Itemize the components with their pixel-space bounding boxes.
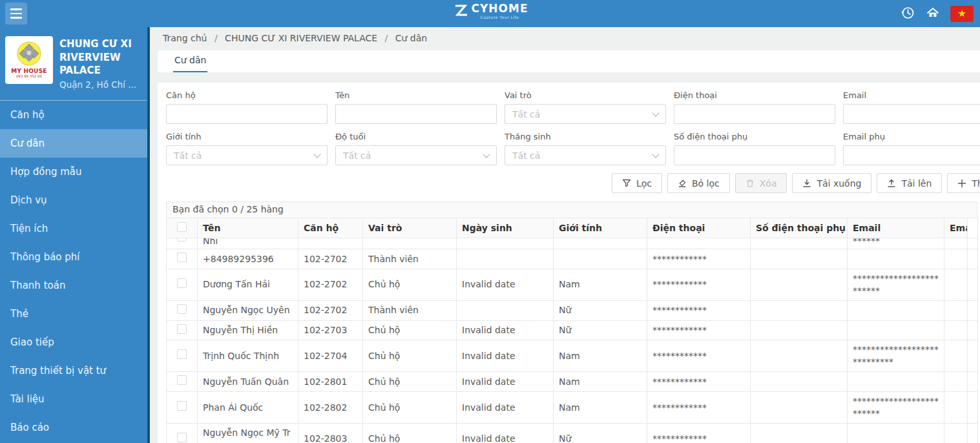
filter-field: Số điện thoại phụ xyxy=(674,132,835,165)
select-all-checkbox[interactable] xyxy=(177,222,187,232)
add-button[interactable]: Thêm xyxy=(947,173,980,193)
filter-button[interactable]: Lọc xyxy=(612,173,662,193)
filter-input-9[interactable] xyxy=(843,145,980,165)
table-row: Nhi****** xyxy=(167,238,978,249)
toolbar: Lọc Bỏ lọc Xóa Tải xuống Tải lên Thêm xyxy=(166,173,980,193)
col-ten: Tên xyxy=(198,218,298,238)
hamburger-menu-button[interactable] xyxy=(5,3,27,25)
row-checkbox[interactable] xyxy=(177,375,187,385)
table-header-row: Tên Căn hộ Vai trò Ngày sinh Giới tính Đ… xyxy=(167,218,978,238)
filter-input-4[interactable] xyxy=(843,104,980,124)
sidebar-item-trang-thiết-bị-vật-tư[interactable]: Trang thiết bị vật tư xyxy=(0,356,147,385)
filter-field: Điện thoại xyxy=(674,90,835,124)
cell-phone: ************ xyxy=(652,304,745,316)
table-row: Phan Ái Quốc102-2802Chủ hộInvalid dateNa… xyxy=(167,392,978,424)
filter-label: Số điện thoại phụ xyxy=(674,132,835,141)
chevron-down-icon xyxy=(652,109,659,116)
scrollbar-gutter xyxy=(968,340,978,372)
building-name: CHUNG CƯ XI RIVERVIEW PALACE xyxy=(59,37,145,77)
table-row: Nguyễn Tuấn Quân102-2801Chủ hộInvalid da… xyxy=(167,372,978,392)
select-value: Tất cả xyxy=(343,150,371,161)
sidebar-item-thông-báo-phí[interactable]: Thông báo phí xyxy=(0,243,147,271)
col-so-dien-thoai-phu: Số điện thoại phụ xyxy=(751,218,848,238)
cell-dob: Invalid date xyxy=(462,350,548,362)
building-logo-phone: 093 98 352 00 xyxy=(16,74,42,79)
sidebar-item-giao-tiếp[interactable]: Giao tiếp xyxy=(0,328,147,356)
cell-dob: Invalid date xyxy=(462,324,548,336)
row-checkbox[interactable] xyxy=(177,433,187,442)
building-logo: MY HOUSE 093 98 352 00 xyxy=(5,36,53,84)
download-icon xyxy=(802,179,811,188)
cell-dob: Invalid date xyxy=(462,402,548,414)
filter-input-0[interactable] xyxy=(166,104,328,124)
filter-label: Email phụ xyxy=(843,132,980,141)
filter-label: Tên xyxy=(335,90,497,100)
cell-apartment: 102-2803 xyxy=(304,433,357,443)
filter-label: Vai trò xyxy=(505,90,666,100)
row-checkbox[interactable] xyxy=(177,401,187,411)
upload-button[interactable]: Tải lên xyxy=(877,173,942,193)
sidebar-item-thẻ[interactable]: Thẻ xyxy=(0,300,147,328)
funnel-icon xyxy=(622,179,631,188)
breadcrumb: Trang chủ / CHUNG CƯ XI RIVERVIEW PALACE… xyxy=(150,27,980,50)
sidebar-item-cư-dân[interactable]: Cư dân xyxy=(0,129,147,158)
sidebar-item-thanh-toán[interactable]: Thanh toán xyxy=(0,271,147,300)
filter-select-2[interactable]: Tất cả xyxy=(505,104,666,124)
sidebar: MY HOUSE 093 98 352 00 CHUNG CƯ XI RIVER… xyxy=(0,27,150,443)
cell-apartment: 102-2704 xyxy=(304,350,357,362)
cell-name: Dương Tấn Hải xyxy=(203,278,293,291)
plus-icon xyxy=(957,179,966,188)
cell-role: Chủ hộ xyxy=(368,350,451,362)
row-checkbox[interactable] xyxy=(177,238,187,242)
sidebar-item-hợp-đồng-mẫu[interactable]: Hợp đồng mẫu xyxy=(0,158,147,186)
filter-select-7[interactable]: Tất cả xyxy=(505,145,666,165)
history-icon[interactable] xyxy=(900,5,915,23)
eraser-icon xyxy=(678,179,687,188)
row-checkbox[interactable] xyxy=(177,252,187,262)
filter-field: Vai tròTất cả xyxy=(505,90,666,124)
cell-role: Chủ hộ xyxy=(368,402,451,414)
filter-select-6[interactable]: Tất cả xyxy=(335,145,497,165)
filter-input-3[interactable] xyxy=(674,104,835,124)
filter-input-8[interactable] xyxy=(674,145,835,165)
table-row: Trịnh Quốc Thịnh102-2704Chủ hộInvalid da… xyxy=(167,340,978,372)
chevron-down-icon xyxy=(483,150,490,158)
home-icon[interactable] xyxy=(926,6,940,22)
clear-filter-button[interactable]: Bỏ lọc xyxy=(667,173,730,193)
sidebar-item-tài-liệu[interactable]: Tài liệu xyxy=(0,385,147,413)
cell-name: +84989295396 xyxy=(203,253,293,265)
main-content: Trang chủ / CHUNG CƯ XI RIVERVIEW PALACE… xyxy=(150,27,980,443)
sidebar-item-báo-cáo[interactable]: Báo cáo xyxy=(0,413,147,442)
row-checkbox[interactable] xyxy=(177,349,187,359)
cell-name: Nguyễn Ngọc Mỹ Trang xyxy=(203,427,293,443)
cell-gender: Nữ xyxy=(559,324,641,336)
cell-gender: Nữ xyxy=(559,304,641,316)
cell-email: ****** xyxy=(853,238,880,247)
row-checkbox[interactable] xyxy=(177,278,187,288)
vietnam-flag-icon[interactable]: ★ xyxy=(950,6,974,22)
table-row: Dương Tấn Hải102-2702Chủ hộInvalid dateN… xyxy=(167,269,978,300)
table-row: Nguyễn Ngọc Uyên102-2702Thành viênNữ****… xyxy=(167,300,978,320)
filter-label: Email xyxy=(843,90,980,100)
download-button[interactable]: Tải xuống xyxy=(792,173,871,193)
breadcrumb-building[interactable]: CHUNG CƯ XI RIVERVIEW PALACE xyxy=(225,33,377,43)
cell-dob: Invalid date xyxy=(462,278,548,291)
sidebar-item-tiện-ích[interactable]: Tiện ích xyxy=(0,214,147,243)
filter-label: Điện thoại xyxy=(674,90,835,100)
filter-select-5[interactable]: Tất cả xyxy=(166,145,328,165)
sidebar-item-căn-hộ[interactable]: Căn hộ xyxy=(0,101,147,129)
filter-label: Tháng sinh xyxy=(505,132,666,141)
table-row: Nguyễn Ngọc Mỹ Trang102-2803Chủ hộInvali… xyxy=(167,423,978,443)
delete-button[interactable]: Xóa xyxy=(735,173,787,193)
tab-cu-dan[interactable]: Cư dân xyxy=(173,50,207,72)
table-row: Nguyễn Thị Hiền102-2703Chủ hộInvalid dat… xyxy=(167,320,978,340)
row-checkbox[interactable] xyxy=(177,324,187,334)
brand-name: CYHOME xyxy=(472,3,528,14)
breadcrumb-home[interactable]: Trang chủ xyxy=(163,33,207,43)
row-checkbox[interactable] xyxy=(177,304,187,314)
cell-name: Nguyễn Ngọc Uyên xyxy=(203,304,293,316)
filter-input-1[interactable] xyxy=(335,104,497,124)
cell-phone: ************ xyxy=(652,433,745,443)
cell-role: Chủ hộ xyxy=(368,376,451,388)
sidebar-item-dịch-vụ[interactable]: Dịch vụ xyxy=(0,186,147,214)
